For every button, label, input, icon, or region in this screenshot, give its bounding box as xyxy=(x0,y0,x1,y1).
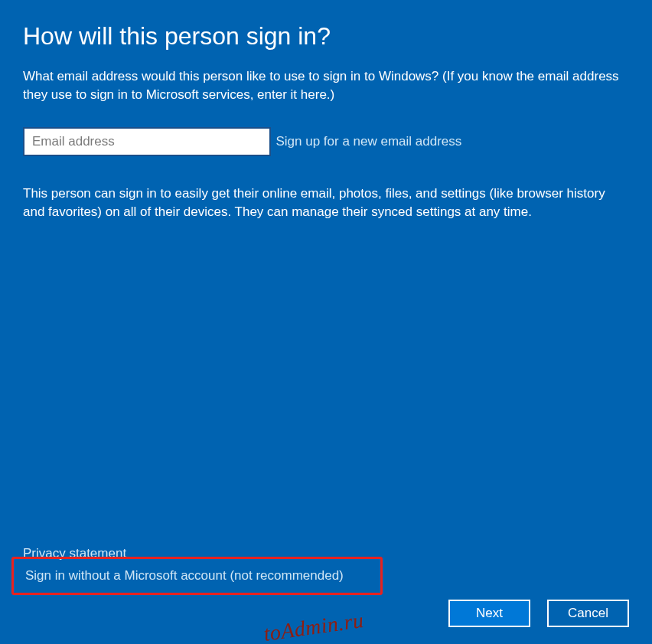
signup-new-email-link[interactable]: Sign up for a new email address xyxy=(275,134,461,149)
instruction-text: What email address would this person lik… xyxy=(23,67,628,104)
info-text: This person can sign in to easily get th… xyxy=(23,185,628,221)
sign-in-without-account-link[interactable]: Sign in without a Microsoft account (not… xyxy=(25,568,344,584)
dialog-button-row: Next Cancel xyxy=(448,600,629,627)
page-title: How will this person sign in? xyxy=(23,21,629,51)
cancel-button[interactable]: Cancel xyxy=(547,600,629,627)
highlight-annotation: Sign in without a Microsoft account (not… xyxy=(11,557,383,595)
next-button[interactable]: Next xyxy=(448,600,530,627)
watermark-text: toAdmin.ru xyxy=(262,608,365,644)
email-field[interactable] xyxy=(23,127,271,156)
